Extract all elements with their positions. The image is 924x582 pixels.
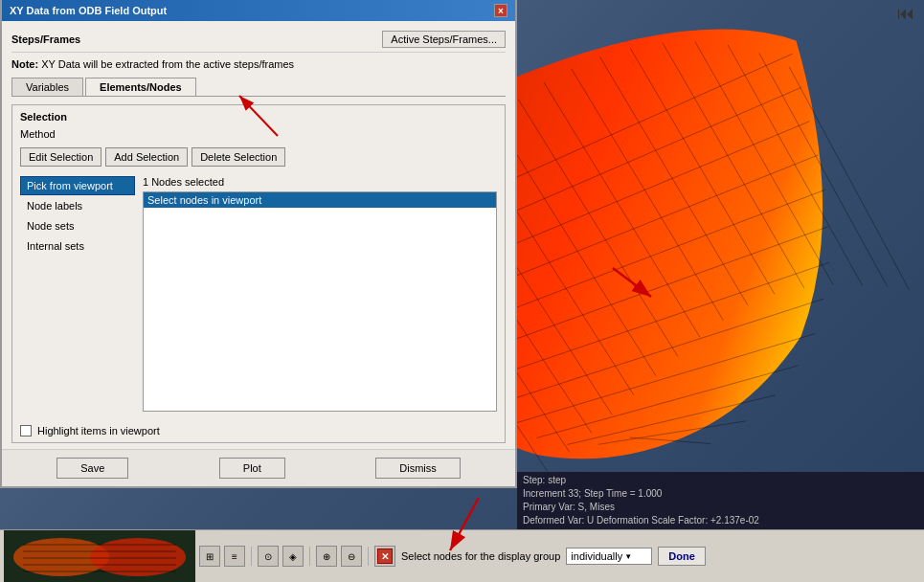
x-close-button[interactable]: ✕ bbox=[377, 548, 393, 564]
method-item-pick-from-viewport[interactable]: Pick from viewport bbox=[20, 176, 135, 195]
highlight-checkbox[interactable] bbox=[20, 425, 32, 436]
mesh-thumbnail bbox=[4, 530, 195, 583]
svg-point-31 bbox=[90, 538, 186, 576]
chevron-down-icon: ▼ bbox=[624, 552, 632, 561]
selection-group: Selection Method Edit Selection Add Sele… bbox=[11, 104, 506, 443]
rewind-button[interactable]: ⏮ bbox=[897, 4, 914, 24]
content-area: Pick from viewport Node labels Node sets… bbox=[20, 176, 497, 417]
method-label: Method bbox=[20, 128, 497, 140]
highlight-label: Highlight items in viewport bbox=[37, 425, 160, 436]
xy-data-dialog: XY Data from ODB Field Output × Steps/Fr… bbox=[0, 0, 517, 488]
method-list: Pick from viewport Node labels Node sets… bbox=[20, 176, 135, 417]
status-bar: Step: step Increment 33; Step Time = 1.0… bbox=[517, 472, 924, 529]
toolbar-icon-x-close[interactable]: ✕ bbox=[374, 546, 395, 567]
tab-elements-nodes[interactable]: Elements/Nodes bbox=[85, 78, 196, 96]
steps-frames-label: Steps/Frames bbox=[11, 34, 80, 45]
nodes-list[interactable]: Select nodes in viewport bbox=[143, 191, 497, 412]
selection-title: Selection bbox=[20, 111, 497, 123]
close-button[interactable]: × bbox=[494, 4, 507, 17]
nodes-list-item[interactable]: Select nodes in viewport bbox=[144, 192, 496, 208]
toolbar-separator-3 bbox=[368, 547, 369, 566]
plot-button[interactable]: Plot bbox=[219, 458, 285, 479]
nodes-panel: 1 Nodes selected Select nodes in viewpor… bbox=[143, 176, 497, 417]
toolbar-icon-5[interactable]: ⊕ bbox=[316, 546, 337, 567]
node-select-label: Select nodes for the display group bbox=[401, 550, 560, 562]
note-row: Note: XY Data will be extracted from the… bbox=[11, 56, 506, 74]
edit-selection-button[interactable]: Edit Selection bbox=[20, 147, 101, 167]
steps-frames-row: Steps/Frames Active Steps/Frames... bbox=[11, 27, 506, 53]
delete-selection-button[interactable]: Delete Selection bbox=[192, 147, 285, 167]
nodes-count: 1 Nodes selected bbox=[143, 176, 497, 188]
save-button[interactable]: Save bbox=[56, 458, 128, 479]
dismiss-button[interactable]: Dismiss bbox=[375, 458, 461, 479]
bottom-toolbar: ⊞ ≡ ⊙ ◈ ⊕ ⊖ ✕ Select nodes for the displ… bbox=[0, 529, 924, 582]
node-select-row: ✕ Select nodes for the display group ind… bbox=[374, 546, 920, 567]
toolbar-icon-3[interactable]: ⊙ bbox=[258, 546, 279, 567]
active-steps-frames-button[interactable]: Active Steps/Frames... bbox=[382, 31, 506, 48]
status-line-2: Increment 33; Step Time = 1.000 bbox=[523, 487, 918, 501]
status-line-3: Primary Var: S, Mises bbox=[523, 501, 918, 514]
note-text: XY Data will be extracted from the activ… bbox=[41, 58, 294, 70]
toolbar-separator-1 bbox=[251, 547, 252, 566]
method-item-node-sets[interactable]: Node sets bbox=[20, 216, 135, 235]
selection-buttons-row: Edit Selection Add Selection Delete Sele… bbox=[20, 147, 497, 167]
toolbar-icon-6[interactable]: ⊖ bbox=[341, 546, 362, 567]
highlight-row: Highlight items in viewport bbox=[20, 425, 497, 436]
dropdown-value: individually bbox=[571, 550, 622, 562]
dialog-body: Steps/Frames Active Steps/Frames... Note… bbox=[2, 21, 515, 449]
tabs-row: Variables Elements/Nodes bbox=[11, 78, 506, 97]
node-select-dropdown[interactable]: individually ▼ bbox=[566, 548, 652, 565]
dialog-title: XY Data from ODB Field Output bbox=[10, 5, 167, 16]
toolbar-icon-1[interactable]: ⊞ bbox=[199, 546, 220, 567]
thumbnail-svg bbox=[4, 530, 195, 583]
tab-variables[interactable]: Variables bbox=[11, 78, 83, 96]
dialog-titlebar: XY Data from ODB Field Output × bbox=[2, 0, 515, 21]
toolbar-icon-4[interactable]: ◈ bbox=[282, 546, 304, 567]
status-line-1: Step: step bbox=[523, 474, 918, 487]
toolbar-icon-2[interactable]: ≡ bbox=[224, 546, 245, 567]
status-line-4: Deformed Var: U Deformation Scale Factor… bbox=[523, 514, 918, 527]
toolbar-separator-2 bbox=[309, 547, 310, 566]
dialog-footer: Save Plot Dismiss bbox=[2, 449, 515, 486]
method-item-node-labels[interactable]: Node labels bbox=[20, 196, 135, 215]
done-button[interactable]: Done bbox=[658, 547, 706, 566]
method-item-internal-sets[interactable]: Internal sets bbox=[20, 236, 135, 256]
add-selection-button[interactable]: Add Selection bbox=[105, 147, 188, 167]
